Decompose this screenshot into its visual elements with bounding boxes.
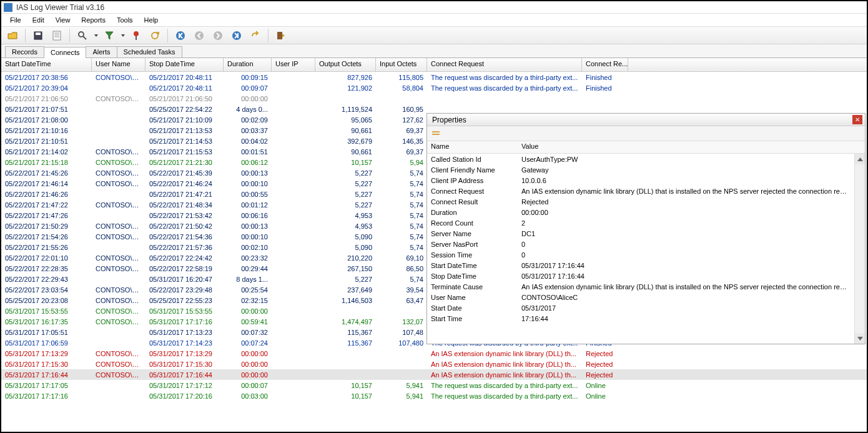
table-row[interactable]: 05/21/2017 20:38:56CONTOSO\AliceC05/21/2…: [1, 72, 867, 82]
menu-file[interactable]: File: [5, 15, 26, 25]
cell: [376, 311, 427, 312]
cell: 5,74: [376, 211, 427, 220]
close-button[interactable]: ✕: [852, 115, 862, 124]
table-row[interactable]: 05/21/2017 21:06:50CONTOSO\AliceC05/21/2…: [1, 93, 867, 104]
property-row[interactable]: Connect RequestAn IAS extension dynamic …: [427, 186, 854, 196]
property-row[interactable]: Called Station IdUserAuthType:PW: [427, 154, 854, 164]
cell: 00:01:12: [224, 201, 272, 209]
property-row[interactable]: Duration00:00:00: [427, 207, 854, 217]
tab-records[interactable]: Records: [5, 46, 44, 57]
cell: 132,07: [376, 317, 427, 326]
cell: 05/21/2017 21:08:00: [1, 116, 92, 124]
cell: [315, 98, 376, 99]
property-row[interactable]: Session Time0: [427, 249, 854, 260]
table-row[interactable]: 05/31/2017 17:16:44CONTOSO\AliceC05/31/2…: [1, 369, 867, 380]
open-button[interactable]: [5, 28, 20, 43]
table-row[interactable]: 05/31/2017 17:15:30CONTOSO\AliceC05/31/2…: [1, 359, 867, 369]
find-button[interactable]: [75, 28, 90, 43]
nav-prev-button[interactable]: [192, 28, 207, 43]
report-button[interactable]: [49, 28, 64, 43]
cell: 05/22/2017 21:57:36: [145, 243, 224, 252]
exit-button[interactable]: [274, 28, 289, 43]
cell: 05/21/2017 20:48:11: [145, 84, 224, 92]
cell: 4 days 0...: [224, 105, 272, 114]
cell: 05/22/2017 21:54:26: [1, 232, 92, 241]
marker-button[interactable]: [129, 28, 144, 43]
filter-dropdown-icon[interactable]: [121, 34, 125, 37]
property-row[interactable]: Start DateTime05/31/2017 17:16:44: [427, 260, 854, 271]
properties-body[interactable]: Called Station IdUserAuthType:PWClient F…: [427, 154, 865, 344]
scroll-down-icon[interactable]: [855, 333, 865, 344]
menu-help[interactable]: Help: [139, 15, 164, 25]
menu-reports[interactable]: Reports: [76, 15, 111, 25]
nav-next-button[interactable]: [210, 28, 225, 43]
redo-button[interactable]: [248, 28, 263, 43]
property-name: Connect Request: [427, 187, 518, 196]
table-row[interactable]: 05/31/2017 17:13:29CONTOSO\AliceC05/31/2…: [1, 348, 867, 359]
table-row[interactable]: 05/31/2017 17:17:0505/31/2017 17:17:1200…: [1, 380, 867, 391]
cell: 4,953: [315, 222, 376, 231]
property-value: 0: [518, 251, 854, 259]
nav-last-button[interactable]: [229, 28, 244, 43]
property-row[interactable]: Server NameDC1: [427, 228, 854, 239]
refresh-button[interactable]: [147, 28, 162, 43]
menu-tools[interactable]: Tools: [112, 15, 138, 25]
prop-col-name[interactable]: Name: [427, 141, 518, 153]
cell: CONTOSO\AliceC: [92, 94, 145, 103]
cell: An IAS extension dynamic link library (D…: [427, 349, 582, 358]
table-row[interactable]: 05/21/2017 20:39:0405/21/2017 20:48:1100…: [1, 82, 867, 93]
column-header[interactable]: User Name: [92, 58, 145, 71]
property-row[interactable]: Record Count2: [427, 217, 854, 228]
cell: 00:00:10: [224, 179, 272, 188]
property-row[interactable]: Connect ResultRejected: [427, 196, 854, 207]
save-button[interactable]: [31, 28, 46, 43]
tab-alerts[interactable]: Alerts: [86, 46, 117, 57]
cell: 5,227: [315, 179, 376, 188]
property-name: Session Time: [427, 251, 518, 259]
column-header[interactable]: Input Octets: [376, 58, 427, 71]
property-row[interactable]: Server NasPort0: [427, 239, 854, 249]
column-header[interactable]: Connect Re...: [582, 58, 628, 71]
property-row[interactable]: User NameCONTOSO\AliceC: [427, 292, 854, 302]
cell: CONTOSO\AliceC: [92, 307, 145, 316]
cell: [272, 87, 315, 89]
prop-col-value[interactable]: Value: [518, 141, 865, 153]
grid-header: Start DateTimeUser NameStop DateTimeDura…: [1, 58, 867, 72]
properties-titlebar[interactable]: Properties ✕: [427, 114, 865, 126]
table-row[interactable]: 05/31/2017 17:17:1605/31/2017 17:20:1600…: [1, 391, 867, 401]
cell: 05/21/2017 20:48:11: [145, 73, 224, 82]
property-row[interactable]: Client IP Address10.0.0.6: [427, 175, 854, 186]
cell: 05/31/2017 17:13:29: [1, 349, 92, 358]
property-row[interactable]: Terminate CauseAn IAS extension dynamic …: [427, 281, 854, 292]
nav-first-button[interactable]: [173, 28, 188, 43]
column-header[interactable]: Connect Request: [427, 58, 582, 71]
find-dropdown-icon[interactable]: [94, 34, 98, 37]
cell: 05/21/2017 21:06:50: [145, 94, 224, 103]
property-row[interactable]: Stop DateTime05/31/2017 17:16:44: [427, 271, 854, 281]
app-window: IAS Log Viewer Trial v3.16 FileEditViewR…: [0, 0, 868, 433]
scroll-up-icon[interactable]: [855, 154, 865, 164]
column-header[interactable]: Stop DateTime: [145, 58, 224, 71]
column-header[interactable]: User IP: [272, 58, 315, 71]
cell: [376, 98, 427, 99]
menu-edit[interactable]: Edit: [27, 15, 49, 25]
cell: [272, 130, 315, 131]
tab-scheduled-tasks[interactable]: Scheduled Tasks: [117, 46, 182, 57]
column-header[interactable]: Duration: [224, 58, 272, 71]
menu-view[interactable]: View: [51, 15, 76, 25]
cell: [272, 204, 315, 206]
titlebar: IAS Log Viewer Trial v3.16: [1, 1, 867, 14]
property-row[interactable]: Client Friendly NameGateway: [427, 164, 854, 175]
scrollbar[interactable]: [854, 154, 865, 344]
cell: 90,661: [315, 147, 376, 156]
property-row[interactable]: Start Time17:16:44: [427, 313, 854, 324]
cell: CONTOSO\AliceC: [92, 201, 145, 209]
cell: 4,953: [315, 211, 376, 220]
filter-button[interactable]: [102, 28, 117, 43]
cell: [92, 194, 145, 195]
tab-connects[interactable]: Connects: [44, 47, 86, 58]
column-header[interactable]: Start DateTime: [1, 58, 92, 71]
categorize-icon[interactable]: [430, 127, 442, 140]
column-header[interactable]: Output Octets: [315, 58, 376, 71]
property-row[interactable]: Start Date05/31/2017: [427, 302, 854, 313]
